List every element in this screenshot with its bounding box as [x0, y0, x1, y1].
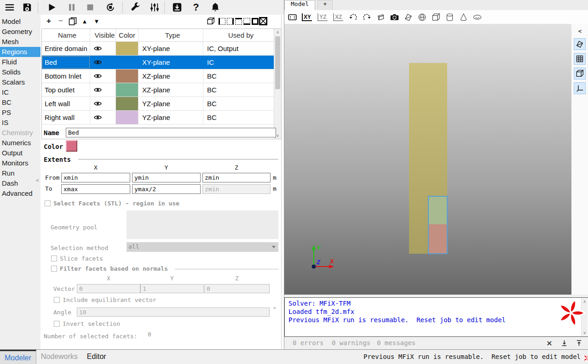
- sidebar-item-regions[interactable]: Regions: [0, 47, 40, 57]
- eye-icon[interactable]: [94, 74, 102, 79]
- region-color-cell[interactable]: [116, 83, 138, 97]
- reset-button[interactable]: [103, 1, 118, 13]
- perspective-button[interactable]: [375, 12, 386, 22]
- sidebar-item-run[interactable]: Run: [0, 168, 40, 178]
- build-wrench-icon[interactable]: [128, 1, 143, 13]
- duplicate-region-button[interactable]: [67, 16, 78, 27]
- region-type-cell[interactable]: XZ-plane: [138, 83, 203, 97]
- sidebar-item-numerics[interactable]: Numerics: [0, 138, 40, 148]
- eye-icon[interactable]: [94, 60, 102, 65]
- bottom-tab-editor[interactable]: Editor: [82, 350, 111, 364]
- sidebar-item-monitors[interactable]: Monitors: [0, 158, 40, 168]
- toggle-regions-button[interactable]: [574, 68, 586, 80]
- region-type-cell[interactable]: YZ-plane: [138, 111, 203, 124]
- sidebar-item-scalars[interactable]: Scalars: [0, 77, 40, 87]
- eye-icon[interactable]: [94, 46, 102, 51]
- notifications-bell-icon[interactable]: [208, 1, 223, 13]
- column-header-type[interactable]: Type: [138, 29, 203, 41]
- region-usedby-cell[interactable]: BC: [203, 111, 275, 124]
- toggle-cone-button[interactable]: [458, 12, 468, 22]
- sidebar-item-ps[interactable]: PS: [0, 108, 40, 118]
- toggle-cylinder-button[interactable]: [444, 12, 455, 22]
- sidebar-item-ic[interactable]: IC: [0, 87, 40, 97]
- move-region-down-button[interactable]: ▼: [91, 16, 102, 27]
- region-name-cell[interactable]: Bed: [42, 56, 90, 69]
- region-visible-cell[interactable]: [90, 69, 116, 83]
- console-scroll-down-icon[interactable]: ∨: [582, 330, 588, 335]
- region-usedby-cell[interactable]: BC: [203, 69, 275, 83]
- region-visible-cell[interactable]: [90, 83, 116, 97]
- new-tab-button[interactable]: +: [317, 0, 333, 10]
- scroll-to-top-button[interactable]: [574, 338, 584, 347]
- move-region-up-button[interactable]: ▲: [79, 16, 90, 27]
- view-yz-button[interactable]: YZ: [317, 12, 329, 22]
- region-usedby-cell[interactable]: BC: [203, 83, 275, 97]
- reset-view-button[interactable]: [287, 12, 297, 22]
- from-z-input[interactable]: [202, 173, 271, 182]
- region-row[interactable]: Left wall YZ-plane BC: [42, 97, 281, 111]
- update-download-icon[interactable]: [170, 1, 184, 13]
- region-usedby-cell[interactable]: IC: [203, 56, 275, 69]
- sidebar-item-fluid[interactable]: Fluid: [0, 57, 40, 67]
- toggle-geometry-visibility-button[interactable]: [403, 12, 413, 22]
- region-name-cell[interactable]: Entire domain: [42, 42, 90, 55]
- region-name-cell[interactable]: Left wall: [42, 97, 90, 110]
- region-color-swatch[interactable]: [66, 140, 77, 152]
- region-color-cell[interactable]: [116, 97, 138, 110]
- sidebar-item-solids[interactable]: Solids: [0, 67, 40, 77]
- region-visible-cell[interactable]: [90, 42, 116, 55]
- sidebar-item-model[interactable]: Model: [0, 17, 40, 27]
- eye-icon[interactable]: [94, 101, 102, 106]
- toggle-disc-button[interactable]: [472, 12, 482, 22]
- bottom-tab-modeler[interactable]: Modeler: [0, 350, 36, 364]
- toggle-box-button[interactable]: [431, 12, 441, 22]
- run-button[interactable]: [44, 1, 59, 13]
- collapse-panel-icon[interactable]: <: [571, 28, 588, 34]
- region-row[interactable]: Top outlet XZ-plane BC: [42, 83, 281, 97]
- viewport-3d[interactable]: Y X Z: [284, 24, 571, 295]
- sidebar-collapse-icon[interactable]: <: [36, 177, 39, 183]
- region-type-cell[interactable]: XZ-plane: [138, 69, 203, 83]
- region-type-cell[interactable]: XY-plane: [138, 56, 203, 69]
- menu-icon[interactable]: [2, 1, 17, 13]
- region-usedby-cell[interactable]: IC, Output: [203, 42, 275, 55]
- sidebar-item-mesh[interactable]: Mesh: [0, 37, 40, 47]
- region-color-cell[interactable]: [116, 56, 138, 69]
- from-x-input[interactable]: [61, 173, 130, 182]
- toggle-sphere-button[interactable]: [417, 12, 427, 22]
- region-color-cell[interactable]: [116, 111, 138, 124]
- add-region-button[interactable]: +: [43, 16, 54, 27]
- region-name-input[interactable]: [66, 128, 276, 137]
- tab-model[interactable]: Model: [284, 0, 315, 10]
- sidebar-item-geometry[interactable]: Geometry: [0, 27, 40, 37]
- region-row[interactable]: Right wall YZ-plane BC: [42, 111, 281, 125]
- region-row[interactable]: Entire domain XY-plane IC, Output: [42, 42, 281, 56]
- clear-console-button[interactable]: ×: [544, 338, 554, 347]
- settings-sliders-icon[interactable]: [147, 1, 162, 13]
- sidebar-item-is[interactable]: IS: [0, 118, 40, 128]
- sidebar-item-bc[interactable]: BC: [0, 97, 40, 108]
- toggle-mesh-button[interactable]: [574, 53, 586, 65]
- column-header-visible[interactable]: Visible: [90, 29, 116, 41]
- toggle-geometry-button[interactable]: [574, 38, 586, 50]
- save-button[interactable]: [20, 1, 35, 13]
- help-button[interactable]: ?: [189, 1, 203, 13]
- region-visible-cell[interactable]: [90, 97, 116, 110]
- to-x-input[interactable]: [61, 184, 130, 194]
- message-console[interactable]: Solver: MFiX-TFMLoaded tfm_2d.mfxPreviou…: [284, 297, 588, 337]
- column-header-color[interactable]: Color: [116, 29, 138, 41]
- view-xy-button[interactable]: XY: [301, 12, 313, 22]
- to-y-input[interactable]: [132, 184, 201, 194]
- view-xz-button[interactable]: XZ: [332, 12, 344, 22]
- selected-region-highlight[interactable]: [428, 196, 448, 254]
- eye-icon[interactable]: [94, 87, 102, 92]
- region-color-cell[interactable]: [116, 69, 138, 83]
- table-scrollbar-thumb[interactable]: [275, 36, 280, 89]
- region-type-cell[interactable]: XY-plane: [138, 42, 203, 55]
- region-name-cell[interactable]: Top outlet: [42, 83, 90, 97]
- table-scrollbar[interactable]: ∧ ∨: [274, 29, 281, 139]
- eye-icon[interactable]: [94, 115, 102, 120]
- region-name-cell[interactable]: Right wall: [42, 111, 90, 124]
- region-row[interactable]: Bottom Inlet XZ-plane BC: [42, 69, 281, 83]
- region-name-cell[interactable]: Bottom Inlet: [42, 69, 90, 83]
